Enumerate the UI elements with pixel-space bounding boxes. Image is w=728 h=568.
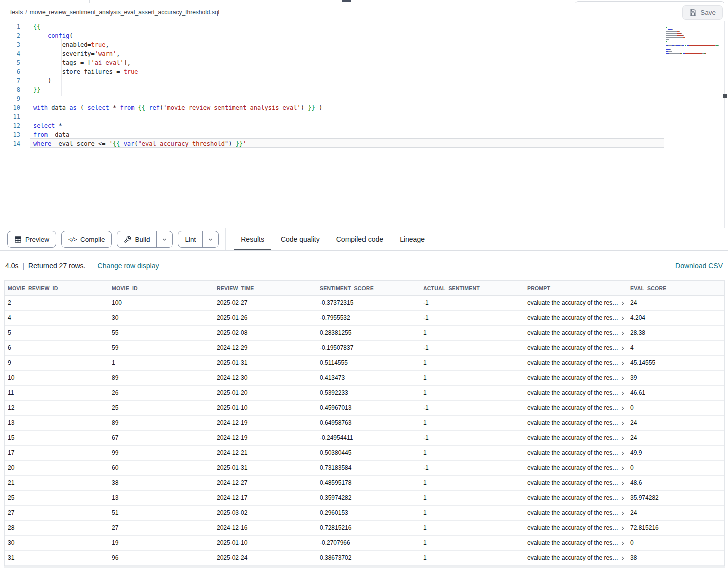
table-cell: 1 — [109, 356, 214, 371]
build-dropdown[interactable] — [156, 231, 172, 247]
prompt-expand-icon[interactable] — [620, 556, 625, 561]
code-line[interactable]: 12select * — [0, 121, 718, 130]
table-row[interactable]: 30192025-01-10-0.27079661evaluate the ac… — [5, 536, 724, 551]
prompt-cell: evaluate the accuracy of the res… — [524, 311, 627, 326]
line-number: 4 — [0, 49, 22, 58]
table-row[interactable]: 12252025-01-100.45967013-1evaluate the a… — [5, 401, 724, 416]
prompt-expand-icon[interactable] — [620, 526, 625, 531]
prompt-expand-icon[interactable] — [620, 421, 625, 426]
lint-button[interactable]: Lint — [178, 231, 219, 248]
code-line[interactable]: 9 — [0, 94, 718, 103]
status-separator: | — [22, 262, 24, 270]
table-row[interactable]: 10892024-12-300.4134731evaluate the accu… — [5, 371, 724, 386]
prompt-cell: evaluate the accuracy of the res… — [524, 371, 627, 386]
table-cell: 1 — [420, 476, 524, 491]
lint-dropdown[interactable] — [202, 231, 218, 247]
tab-lineage[interactable]: Lineage — [393, 228, 432, 250]
prompt-expand-icon[interactable] — [620, 376, 625, 381]
table-row[interactable]: 13892024-12-190.649587631evaluate the ac… — [5, 416, 724, 431]
compile-button[interactable]: </> Compile — [61, 231, 112, 248]
code-line[interactable]: 3 enabled=true, — [0, 40, 718, 49]
table-row[interactable]: 25132024-12-170.359742821evaluate the ac… — [5, 491, 724, 506]
tab-code-quality[interactable]: Code quality — [274, 228, 327, 250]
table-cell: 0.73183584 — [317, 461, 420, 476]
prompt-expand-icon[interactable] — [620, 466, 625, 471]
prompt-cell: evaluate the accuracy of the res… — [524, 536, 627, 551]
table-cell: 1 — [420, 371, 524, 386]
change-row-display-link[interactable]: Change row display — [98, 262, 159, 270]
save-button[interactable]: Save — [682, 5, 723, 20]
prompt-expand-icon[interactable] — [620, 331, 625, 336]
table-row[interactable]: 912025-01-310.51145551evaluate the accur… — [5, 356, 724, 371]
code-brackets-icon: </> — [68, 236, 77, 243]
table-row[interactable]: 17992024-12-210.503804451evaluate the ac… — [5, 446, 724, 461]
code-text: config( — [22, 31, 73, 40]
table-cell: 2024-12-21 — [214, 446, 317, 461]
table-row[interactable]: 20602025-01-310.73183584-1evaluate the a… — [5, 461, 724, 476]
table-cell: 99 — [109, 446, 214, 461]
table-row[interactable]: 27512025-03-020.29601531evaluate the acc… — [5, 506, 724, 521]
table-row[interactable]: 6592024-12-29-0.19507837-1evaluate the a… — [5, 341, 724, 356]
table-cell: -0.37372315 — [317, 296, 420, 311]
code-line[interactable]: 7 ) — [0, 76, 718, 85]
code-lines[interactable]: 1{{2 config(3 enabled=true,4 severity='w… — [0, 22, 718, 148]
breadcrumb-folder[interactable]: tests — [10, 9, 23, 16]
code-line[interactable]: 2 config( — [0, 31, 718, 40]
table-cell: 96 — [109, 551, 214, 566]
code-text: with data as ( select * from {{ ref('mov… — [22, 103, 322, 112]
tab-results[interactable]: Results — [234, 228, 271, 250]
prompt-expand-icon[interactable] — [620, 436, 625, 441]
table-row[interactable]: 31962025-02-240.386737021evaluate the ac… — [5, 551, 724, 566]
prompt-cell: evaluate the accuracy of the res… — [524, 386, 627, 401]
prompt-expand-icon[interactable] — [620, 346, 625, 351]
prompt-preview: evaluate the accuracy of the res… — [527, 446, 618, 460]
table-cell: 2 — [5, 296, 109, 311]
table-row[interactable]: 21002025-02-27-0.37372315-1evaluate the … — [5, 296, 724, 311]
code-editor[interactable]: 1{{2 config(3 enabled=true,4 severity='w… — [0, 21, 728, 228]
editor-scrollbar-track — [724, 21, 725, 228]
prompt-cell: evaluate the accuracy of the res… — [524, 461, 627, 476]
code-line[interactable]: 13from data — [0, 130, 718, 139]
horizontal-scrollbar[interactable] — [4, 566, 725, 568]
code-line[interactable]: 14where eval_score <= '{{ var("eval_accu… — [0, 139, 718, 148]
code-line[interactable]: 1{{ — [0, 22, 718, 31]
table-cell: 27 — [5, 506, 109, 521]
build-button[interactable]: Build — [117, 231, 173, 248]
prompt-expand-icon[interactable] — [620, 406, 625, 411]
prompt-expand-icon[interactable] — [620, 481, 625, 486]
code-line[interactable]: 6 store_failures = true — [0, 67, 718, 76]
code-text — [22, 112, 33, 121]
code-line[interactable]: 10with data as ( select * from {{ ref('m… — [0, 103, 718, 112]
table-cell: 67 — [109, 431, 214, 446]
minimap[interactable] — [666, 23, 723, 51]
table-row[interactable]: 15672024-12-19-0.24954411-1evaluate the … — [5, 431, 724, 446]
code-line[interactable]: 8}} — [0, 85, 718, 94]
code-line[interactable]: 5 tags = ['ai_eval'], — [0, 58, 718, 67]
preview-button[interactable]: Preview — [7, 231, 56, 248]
code-text: from data — [22, 130, 69, 139]
tab-compiled-code[interactable]: Compiled code — [329, 228, 390, 250]
prompt-expand-icon[interactable] — [620, 391, 625, 396]
table-row[interactable]: 5552025-02-080.283812551evaluate the acc… — [5, 326, 724, 341]
table-row[interactable]: 4302025-01-26-0.7955532-1evaluate the ac… — [5, 311, 724, 326]
code-line[interactable]: 11 — [0, 112, 718, 121]
table-row[interactable]: 28272024-12-160.728152161evaluate the ac… — [5, 521, 724, 536]
table-cell: 2024-12-19 — [214, 416, 317, 431]
lint-main[interactable]: Lint — [178, 231, 202, 247]
code-line[interactable]: 4 severity='warn', — [0, 49, 718, 58]
download-csv-link[interactable]: Download CSV — [675, 262, 723, 270]
prompt-expand-icon[interactable] — [620, 511, 625, 516]
prompt-expand-icon[interactable] — [620, 496, 625, 501]
prompt-expand-icon[interactable] — [620, 361, 625, 366]
prompt-expand-icon[interactable] — [620, 301, 625, 306]
table-row[interactable]: 11262025-01-200.53922331evaluate the acc… — [5, 386, 724, 401]
prompt-cell: evaluate the accuracy of the res… — [524, 326, 627, 341]
editor-scrollbar-thumb[interactable] — [723, 94, 727, 98]
prompt-expand-icon[interactable] — [620, 316, 625, 321]
prompt-cell: evaluate the accuracy of the res… — [524, 341, 627, 356]
table-row[interactable]: 21382024-12-270.485951781evaluate the ac… — [5, 476, 724, 491]
build-main[interactable]: Build — [117, 231, 156, 247]
prompt-expand-icon[interactable] — [620, 541, 625, 546]
table-cell: 0.2960153 — [317, 506, 420, 521]
prompt-expand-icon[interactable] — [620, 451, 625, 456]
